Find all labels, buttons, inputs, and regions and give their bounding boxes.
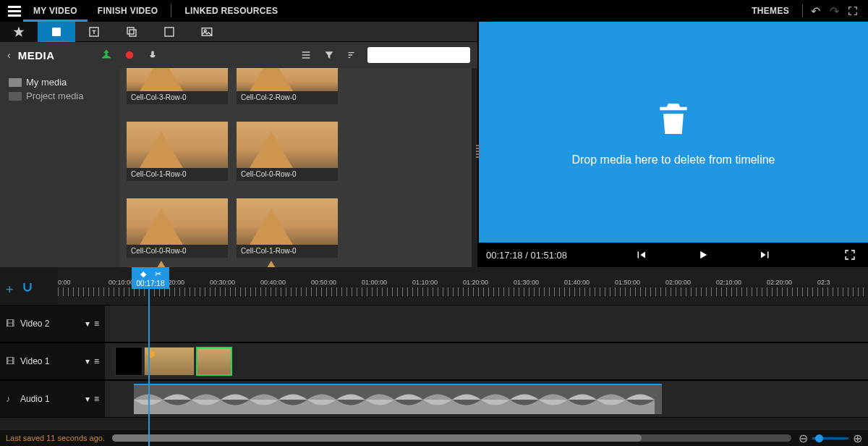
ruler-tick: 01:30:00	[514, 279, 564, 286]
timeline-audio-clip[interactable]	[134, 384, 662, 414]
redo-icon[interactable]: ↷	[825, 1, 843, 20]
timeline-clip[interactable]	[115, 347, 142, 376]
track-head[interactable]: 🎞 Video 1 ▾ ≡	[0, 343, 105, 379]
resize-handle[interactable]	[476, 145, 480, 159]
cut-icon[interactable]: ✂	[155, 269, 161, 279]
ruler-tick: 01:10:00	[412, 279, 463, 286]
preview-panel: Drop media here to delete from timeline …	[477, 22, 868, 267]
undo-icon[interactable]: ↶	[806, 1, 825, 20]
track-name: Audio 1	[20, 394, 50, 404]
tab-shapes[interactable]	[150, 22, 188, 42]
media-clip[interactable]: Cell-Col-2-Row-0	[237, 68, 338, 104]
timeline-tools: +	[0, 267, 58, 305]
ruler-tick: 02:00:00	[665, 279, 716, 286]
next-icon[interactable]	[754, 248, 776, 261]
preview-stage[interactable]: Drop media here to delete from timeline	[479, 22, 868, 243]
chevron-down-icon[interactable]: ▾	[85, 394, 90, 404]
svg-rect-3	[129, 30, 136, 36]
zoom-slider[interactable]	[812, 437, 848, 439]
trash-icon	[653, 98, 694, 142]
media-clip[interactable]: Cell-Col-0-Row-0	[237, 122, 338, 181]
track-video2: 🎞 Video 2 ▾ ≡	[0, 305, 868, 342]
media-clip[interactable]: Cell-Col-1-Row-0	[237, 198, 338, 258]
media-tree: My media Project media	[0, 68, 119, 267]
chevron-down-icon[interactable]: ▾	[85, 319, 90, 329]
clip-label: Cell-Col-0-Row-0	[127, 245, 228, 258]
magnet-icon[interactable]	[21, 281, 34, 298]
tab-text[interactable]	[75, 22, 113, 42]
media-clip[interactable]: Cell-Col-1-Row-0	[127, 122, 228, 181]
track-name: Video 1	[20, 356, 49, 366]
tab-favorites[interactable]	[0, 22, 38, 42]
media-grid: Cell-Col-3-Row-0 Cell-Col-2-Row-0 Cell-C…	[119, 68, 477, 267]
svg-rect-0	[52, 28, 61, 36]
tree-my-media[interactable]: My media	[6, 75, 114, 89]
timeline-clip[interactable]	[144, 347, 195, 376]
clip-label: Cell-Col-3-Row-0	[127, 91, 228, 104]
track-menu-icon[interactable]: ≡	[94, 394, 99, 404]
nav-linked-resources[interactable]: LINKED RESOURCES	[174, 0, 288, 22]
track-name: Video 2	[20, 319, 49, 329]
zoom-out-icon[interactable]: ⊖	[799, 432, 808, 445]
top-toolbar: MY VIDEO FINISH VIDEO LINKED RESOURCES T…	[0, 0, 868, 22]
search-input[interactable]	[367, 47, 470, 63]
save-status: Last saved 11 seconds ago.	[6, 434, 105, 442]
playhead[interactable]: ◆✂ 00:17:18	[148, 267, 150, 446]
media-clip[interactable]: Cell-Col-0-Row-0	[127, 198, 228, 258]
playhead-time: 00:17:18	[137, 279, 165, 287]
media-clip[interactable]: Cell-Col-3-Row-0	[127, 68, 228, 104]
tab-media[interactable]	[38, 22, 75, 42]
fullscreen-preview-icon[interactable]	[839, 249, 861, 261]
track-menu-icon[interactable]: ≡	[94, 319, 99, 329]
clip-label: Cell-Col-1-Row-0	[127, 168, 228, 181]
play-icon[interactable]	[692, 248, 714, 261]
ruler-tick: 01:40:00	[564, 279, 615, 286]
chevron-down-icon[interactable]: ▾	[85, 356, 90, 366]
separator	[171, 4, 171, 17]
time-display: 00:17:18 / 01:51:08	[486, 250, 567, 261]
zoom-controls: ⊖ ⊕	[799, 432, 862, 445]
status-bar: Last saved 11 seconds ago. ⊖ ⊕	[0, 430, 868, 446]
timeline: + 0:0000:10:0000:20:0000:30:0000:40:0000…	[0, 267, 868, 446]
track-audio1: ♪ Audio 1 ▾ ≡ 🔊	[0, 380, 868, 418]
track-head[interactable]: 🎞 Video 2 ▾ ≡	[0, 306, 105, 342]
prev-icon[interactable]	[630, 248, 652, 261]
svg-rect-4	[165, 28, 174, 36]
record-icon[interactable]	[122, 47, 137, 63]
upload-icon[interactable]	[98, 47, 114, 63]
ruler-tick: 00:30:00	[210, 279, 260, 286]
separator	[802, 4, 803, 17]
ruler-tick: 01:50:00	[615, 279, 665, 286]
clip-label: Cell-Col-1-Row-0	[237, 245, 338, 258]
ruler-tick: 0:00	[58, 279, 109, 286]
preview-controls: 00:17:18 / 01:51:08	[479, 243, 868, 267]
ruler-tick: 02:10:00	[716, 279, 767, 286]
timeline-scrollbar[interactable]	[112, 434, 791, 442]
menu-icon[interactable]	[6, 2, 23, 20]
add-track-icon[interactable]: +	[6, 282, 14, 298]
marker-icon[interactable]: ◆	[140, 269, 146, 279]
fullscreen-icon[interactable]	[843, 1, 862, 20]
nav-finish-video[interactable]: FINISH VIDEO	[88, 0, 169, 22]
back-icon[interactable]: ‹	[7, 49, 11, 61]
mic-icon[interactable]	[145, 47, 161, 63]
media-header: ‹ MEDIA	[0, 42, 477, 68]
tab-images[interactable]	[188, 22, 226, 42]
tree-project-media[interactable]: Project media	[6, 89, 114, 103]
ruler-tick: 02:3	[817, 279, 868, 286]
list-view-icon[interactable]	[298, 47, 314, 63]
ruler-tick: 00:40:00	[260, 279, 311, 286]
track-menu-icon[interactable]: ≡	[94, 356, 99, 366]
tree-label: Project media	[26, 91, 83, 101]
nav-my-video[interactable]: MY VIDEO	[23, 0, 88, 22]
zoom-in-icon[interactable]: ⊕	[853, 432, 862, 445]
sort-icon[interactable]	[344, 47, 360, 63]
filter-icon[interactable]	[321, 47, 337, 63]
tab-layers[interactable]	[113, 22, 150, 42]
track-head[interactable]: ♪ Audio 1 ▾ ≡ 🔊	[0, 381, 105, 417]
timeline-clip-selected[interactable]	[196, 347, 232, 376]
ruler-tick: 01:00:00	[362, 279, 412, 286]
video-track-icon: 🎞	[6, 356, 16, 366]
nav-themes[interactable]: THEMES	[741, 0, 799, 22]
timeline-ruler[interactable]: 0:0000:10:0000:20:0000:30:0000:40:0000:5…	[58, 267, 868, 305]
